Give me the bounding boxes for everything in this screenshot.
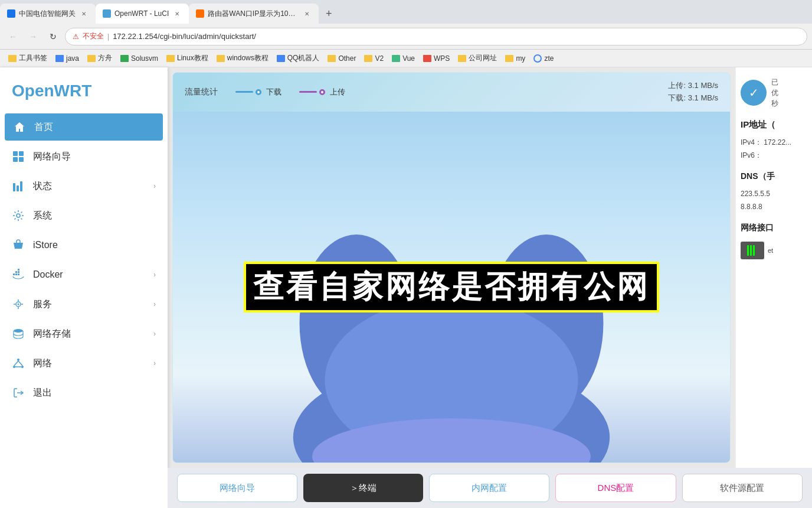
wizard-button[interactable]: 网络向导 (177, 474, 297, 502)
download-dot-icon (256, 89, 261, 95)
sidebar-item-istore[interactable]: iStore (0, 230, 168, 260)
svg-rect-2 (13, 157, 18, 162)
bookmark-vue-label: Vue (402, 54, 415, 63)
bookmark-company[interactable]: 公司网址 (454, 52, 500, 64)
bookmark-company-icon (458, 55, 466, 62)
sidebar-item-storage[interactable]: 网络存储 › (0, 319, 168, 349)
upload-legend: 上传 (299, 87, 345, 97)
bookmark-java-label: java (66, 54, 79, 63)
bookmark-qq[interactable]: QQ机器人 (273, 52, 323, 64)
status-icon (12, 180, 25, 193)
sidebar-item-docker[interactable]: Docker › (0, 260, 168, 289)
right-panel-badge: ✓ (741, 80, 767, 106)
bookmark-windows-icon (217, 55, 225, 62)
tab-1[interactable]: 中国电信智能网关 ✕ (0, 4, 96, 24)
sidebar-item-service[interactable]: 服务 › (0, 289, 168, 319)
sidebar-item-wizard[interactable]: 网络向导 (0, 142, 168, 171)
svg-rect-10 (18, 273, 19, 275)
bookmark-other-label: Other (338, 54, 356, 63)
sidebar-status-label: 状态 (33, 180, 145, 193)
download-speed: 下载: 3.1 MB/s (668, 92, 718, 105)
tab-3[interactable]: 路由器WAN口IP显示为10、100... ✕ (189, 4, 319, 24)
sidebar-item-home[interactable]: 首页 (5, 113, 163, 141)
bookmark-other[interactable]: Other (324, 53, 359, 64)
page-content: OpenWRT 首页 网络向导 状态 › (0, 67, 812, 508)
storage-icon (12, 327, 25, 340)
banner-text: 查看自家网络是否拥有公网 (244, 262, 659, 312)
bookmark-linux[interactable]: Linux教程 (163, 52, 212, 64)
bookmark-vue[interactable]: Vue (388, 53, 418, 64)
bookmark-my[interactable]: my (502, 53, 529, 64)
sidebar-nav: 首页 网络向导 状态 › 系统 (0, 112, 168, 508)
interface-section-title: 网络接口 (741, 223, 807, 233)
ip-title-text: IP地址（ (741, 119, 775, 129)
mascot-svg (173, 164, 730, 463)
svg-point-15 (18, 304, 19, 305)
bookmark-my-label: my (516, 54, 525, 63)
tab-1-close[interactable]: ✕ (79, 9, 89, 18)
traffic-header: 流量统计 下载 (173, 73, 730, 112)
bookmarks-bar: 工具书签 java 方舟 Solusvm Linux教程 windows教程 Q… (0, 50, 812, 67)
terminal-button[interactable]: ＞终端 (303, 474, 423, 502)
bookmark-zte[interactable]: zte (530, 53, 557, 64)
bookmark-solusvm-label: Solusvm (131, 54, 158, 63)
interface-icon (741, 242, 764, 259)
ipv6-label: IPv6： (741, 151, 762, 159)
dns-title-text: DNS（手 (741, 171, 775, 181)
sidebar-item-status[interactable]: 状态 › (0, 171, 168, 201)
dns-button[interactable]: DNS配置 (555, 474, 676, 502)
bookmark-fangzhou-label: 方舟 (98, 53, 112, 63)
software-button[interactable]: 软件源配置 (682, 474, 803, 502)
overlay-banner: 查看自家网络是否拥有公网 (244, 262, 659, 312)
ip-details: IPv4： 172.22... IPv6： (741, 136, 807, 162)
network-arrow-icon: › (153, 359, 156, 367)
dns-section-title: DNS（手 (741, 171, 807, 182)
bookmark-windows[interactable]: windows教程 (213, 52, 272, 64)
bookmark-tools-icon (8, 55, 17, 62)
sidebar: OpenWRT 首页 网络向导 状态 › (0, 67, 168, 508)
interface-row: et (741, 242, 807, 259)
download-line-icon (235, 91, 253, 93)
bookmark-wps[interactable]: WPS (420, 53, 453, 64)
tab-3-close[interactable]: ✕ (302, 9, 312, 18)
upload-dot-icon (319, 89, 325, 95)
bookmark-fangzhou-icon (87, 55, 96, 62)
bookmark-java-icon (55, 55, 64, 62)
svg-rect-12 (18, 271, 19, 273)
forward-button[interactable]: → (25, 28, 41, 45)
service-icon (12, 298, 25, 311)
svg-point-7 (17, 214, 20, 217)
bookmark-v2[interactable]: V2 (361, 53, 387, 64)
network-icon (12, 357, 25, 370)
address-bar[interactable]: ⚠ 不安全 | 172.22.1.254/cgi-bin/luci/admin/… (65, 28, 807, 45)
storage-arrow-icon: › (153, 330, 156, 338)
bookmark-wps-label: WPS (434, 54, 450, 63)
right-panel-line1: 已 (771, 77, 778, 87)
ipv4-value: 172.22... (764, 138, 791, 146)
tab-1-title: 中国电信智能网关 (19, 9, 76, 19)
bookmark-v2-icon (364, 55, 372, 62)
security-icon: ⚠ (73, 32, 79, 41)
new-tab-button[interactable]: + (319, 4, 339, 24)
right-panel-line2: 优 (771, 87, 778, 98)
lan-button[interactable]: 内网配置 (429, 474, 549, 502)
right-panel-line3: 秒 (771, 98, 778, 109)
traffic-speed: 上传: 3.1 MB/s 下载: 3.1 MB/s (668, 80, 718, 105)
traffic-chart-area: 查看自家网络是否拥有公网 (173, 112, 730, 463)
sidebar-item-logout[interactable]: 退出 (0, 378, 168, 408)
sidebar-item-network[interactable]: 网络 › (0, 349, 168, 378)
bookmark-tools[interactable]: 工具书签 (5, 52, 51, 64)
home-icon (13, 121, 26, 133)
bookmark-fangzhou[interactable]: 方舟 (84, 52, 116, 64)
bookmark-solusvm[interactable]: Solusvm (117, 53, 162, 64)
reload-button[interactable]: ↻ (45, 28, 61, 45)
tab-bar: 中国电信智能网关 ✕ OpenWRT - LuCI ✕ 路由器WAN口IP显示为… (0, 0, 812, 24)
service-arrow-icon: › (153, 300, 156, 308)
sidebar-item-system[interactable]: 系统 (0, 201, 168, 230)
tab-2-title: OpenWRT - LuCI (114, 9, 169, 18)
right-panel: ✓ 已 优 秒 IP地址（ IPv4： 172 (735, 67, 812, 468)
tab-2-close[interactable]: ✕ (172, 9, 182, 18)
bookmark-java[interactable]: java (52, 53, 83, 64)
tab-2[interactable]: OpenWRT - LuCI ✕ (96, 4, 189, 24)
back-button[interactable]: ← (5, 28, 21, 45)
